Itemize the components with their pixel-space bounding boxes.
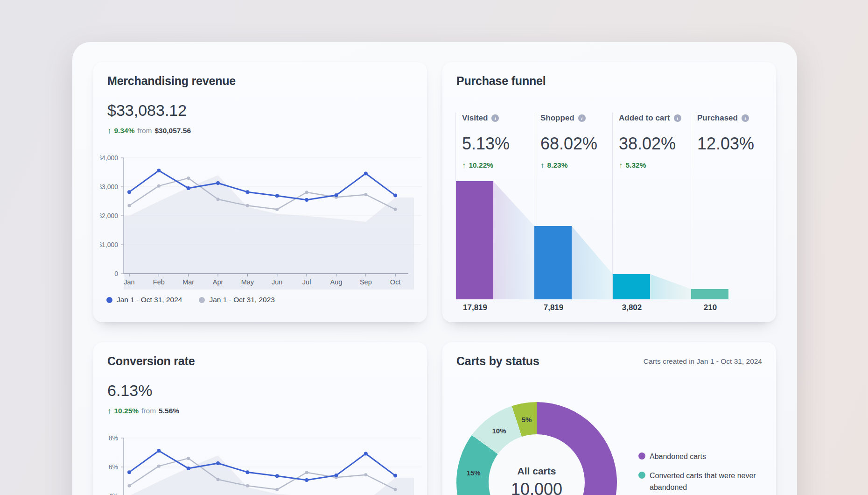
data-point[interactable]	[217, 478, 220, 481]
trend-up-icon: ↑	[107, 127, 112, 135]
funnel-count-purchased: 210	[691, 303, 730, 312]
data-point[interactable]	[187, 177, 190, 180]
data-point[interactable]	[245, 190, 249, 194]
legend-item-jan-1-oct-31-2023[interactable]: Jan 1 - Oct 31, 2023	[199, 296, 274, 304]
funnel-column-label: Visited	[462, 113, 488, 123]
carts-date-range: Carts created in Jan 1 - Oct 31, 2024	[644, 357, 762, 366]
data-point[interactable]	[394, 488, 397, 491]
info-icon[interactable]: i	[578, 114, 586, 122]
x-axis-label: Aug	[330, 278, 343, 286]
trend-up-icon: ↑	[107, 407, 112, 415]
card-title: Carts by status	[456, 354, 539, 368]
x-axis-label: Jun	[272, 278, 282, 286]
card-title: Merchandising revenue	[107, 74, 236, 88]
card-carts-by-status: Carts by status Carts created in Jan 1 -…	[442, 342, 776, 495]
info-icon[interactable]: i	[491, 114, 499, 122]
funnel-stage-delta: ↑10.22%	[462, 161, 534, 170]
data-point[interactable]	[334, 193, 338, 197]
data-point[interactable]	[157, 169, 161, 172]
data-point[interactable]	[275, 208, 279, 211]
conversion-line-chart: 8%6%4%JanFebMarAprMayJunJulAugSepOct	[100, 433, 427, 495]
data-point[interactable]	[364, 193, 367, 196]
carts-legend: Abandoned cartsConverted carts that were…	[638, 451, 769, 493]
data-point[interactable]	[334, 474, 338, 477]
funnel-stage-delta: ↑8.23%	[540, 161, 612, 170]
funnel-column-header: Visitedi	[462, 113, 534, 123]
legend-item-abandoned-carts[interactable]: Abandoned carts	[638, 451, 769, 463]
data-point[interactable]	[305, 478, 308, 482]
data-point[interactable]	[187, 186, 190, 190]
legend-dot	[638, 472, 645, 479]
data-point[interactable]	[127, 190, 131, 194]
x-axis-label: Feb	[153, 278, 165, 286]
from-label: from	[137, 127, 152, 135]
data-point[interactable]	[393, 474, 397, 478]
data-point[interactable]	[157, 465, 161, 468]
data-point[interactable]	[187, 467, 190, 470]
carts-donut-chart: All carts 10,000 15%10%5%	[456, 402, 617, 495]
data-point[interactable]	[394, 208, 397, 211]
donut-percent-label: 5%	[522, 415, 532, 423]
data-point[interactable]	[187, 457, 190, 460]
donut-center-label: All carts	[518, 466, 556, 477]
data-point[interactable]	[364, 171, 368, 175]
card-conversion-rate: Conversion rate 6.13% ↑ 10.25% from 5.56…	[93, 342, 427, 495]
data-point[interactable]	[216, 461, 220, 465]
funnel-stage-delta: ↑5.32%	[619, 161, 691, 170]
legend-label: Jan 1 - Oct 31, 2024	[117, 296, 182, 304]
funnel-column-header: Shoppedi	[540, 113, 612, 123]
delta-percent: 9.34%	[114, 127, 135, 135]
data-point[interactable]	[393, 194, 397, 198]
legend-item-converted-carts-that-were-never-abandoned[interactable]: Converted carts that were never abandone…	[638, 470, 769, 494]
legend-item-jan-1-oct-31-2024[interactable]: Jan 1 - Oct 31, 2024	[106, 296, 182, 304]
y-axis-tick: $2,000	[100, 212, 118, 219]
data-point[interactable]	[305, 471, 308, 474]
data-point[interactable]	[217, 198, 220, 201]
conversion-delta-row: ↑ 10.25% from 5.56%	[107, 407, 179, 415]
x-axis-label: May	[241, 278, 254, 286]
data-point[interactable]	[216, 181, 220, 185]
data-point[interactable]	[127, 470, 131, 474]
funnel-count-shopped: 7,819	[534, 303, 573, 312]
info-icon[interactable]: i	[742, 114, 749, 122]
y-axis-tick: $3,000	[100, 183, 118, 191]
y-axis-tick: 8%	[109, 434, 118, 442]
card-merchandising-revenue: Merchandising revenue $33,083.12 ↑ 9.34%…	[93, 62, 427, 322]
data-point[interactable]	[157, 184, 161, 188]
dashboard-panel: Merchandising revenue $33,083.12 ↑ 9.34%…	[72, 42, 797, 495]
data-point[interactable]	[275, 474, 279, 478]
revenue-value: $33,083.12	[107, 101, 187, 120]
from-label: from	[141, 407, 156, 415]
donut-percent-label: 10%	[492, 427, 506, 435]
legend-dot	[199, 297, 205, 303]
data-point[interactable]	[246, 484, 249, 488]
data-point[interactable]	[128, 484, 131, 488]
funnel-column-shopped: Shoppedi68.02%↑8.23%	[534, 113, 612, 299]
funnel-stage-percent: 38.02%	[619, 134, 691, 154]
data-point[interactable]	[245, 470, 249, 474]
data-point[interactable]	[128, 204, 131, 207]
data-point[interactable]	[364, 473, 367, 476]
funnel-column-visited: Visitedi5.13%↑10.22%	[455, 113, 534, 299]
card-title: Purchase funnel	[456, 74, 546, 88]
y-axis-tick: 4%	[109, 492, 118, 495]
donut-center-value: 10,000	[511, 480, 562, 495]
funnel-stage-percent: 5.13%	[462, 134, 534, 154]
data-point[interactable]	[275, 194, 279, 198]
data-point[interactable]	[157, 449, 161, 453]
funnel-count-visited: 17,819	[455, 303, 495, 312]
data-point[interactable]	[305, 198, 308, 202]
revenue-line-chart: $4,000$3,000$2,000$1,0000JanFebMarAprMay…	[100, 153, 427, 293]
info-icon[interactable]: i	[674, 114, 681, 122]
funnel-column-purchased: Purchasedi12.03%	[691, 113, 769, 299]
funnel-stage-percent: 68.02%	[540, 134, 612, 154]
data-point[interactable]	[364, 452, 368, 455]
data-point[interactable]	[305, 191, 308, 194]
data-point[interactable]	[246, 204, 249, 207]
legend-label: Converted carts that were never abandone…	[650, 470, 769, 494]
data-point[interactable]	[275, 488, 279, 491]
funnel-count-added-to-cart: 3,802	[612, 303, 651, 312]
revenue-delta-row: ↑ 9.34% from $30,057.56	[107, 127, 191, 135]
conversion-value: 6.13%	[107, 382, 152, 400]
donut-percent-label: 15%	[467, 468, 481, 476]
